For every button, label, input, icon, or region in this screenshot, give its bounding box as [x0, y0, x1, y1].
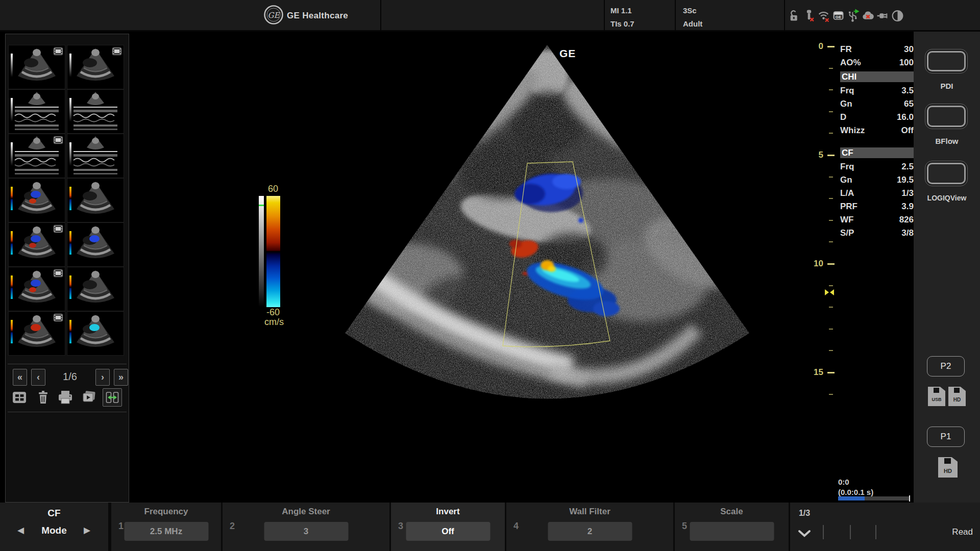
divider — [784, 0, 785, 32]
p2-button[interactable]: P2 — [927, 356, 965, 377]
softkey-scale: 5 Scale — [675, 503, 789, 551]
param-row: WF826 — [840, 213, 914, 227]
softkey-title: Invert — [391, 507, 505, 517]
depth-tick — [827, 263, 835, 265]
logiqview-key-button[interactable] — [925, 161, 968, 186]
hd-storage-icon: HD — [948, 387, 966, 406]
depth-tick — [829, 111, 833, 112]
thumbnail[interactable] — [9, 45, 65, 89]
param-group-header: CF — [840, 147, 914, 158]
cloud-error-icon — [862, 9, 874, 23]
softkey-page-indicator: 1/3 — [790, 509, 819, 518]
velocity-max-label: 60 — [255, 184, 291, 194]
param-row: FR30 — [840, 43, 914, 56]
cine-progress-bar[interactable] — [838, 496, 910, 500]
usb-storage-icon: USB — [928, 387, 945, 406]
print-icon[interactable] — [56, 388, 75, 407]
wifi-off-icon — [817, 9, 830, 23]
param-value: 3/8 — [901, 228, 914, 238]
ultrasound-image[interactable] — [286, 41, 755, 413]
thumbnail[interactable] — [67, 267, 124, 311]
thumbnail[interactable] — [9, 179, 65, 222]
softkey-value[interactable]: Off — [406, 522, 490, 541]
param-label: Gn — [840, 175, 852, 185]
cine-progress-fill — [838, 496, 865, 500]
divider — [675, 0, 676, 32]
softkey-value[interactable]: 3 — [264, 522, 348, 541]
p1-button[interactable]: P1 — [927, 427, 965, 447]
depth-tick — [827, 155, 835, 156]
softkey-number: 4 — [513, 521, 519, 532]
divider — [875, 525, 876, 539]
cine-time: 0:0 — [838, 478, 849, 486]
softkey-value[interactable]: 2 — [548, 522, 632, 541]
thumb-scale-strip — [69, 142, 71, 166]
param-row: Gn65 — [840, 97, 914, 111]
param-value: 2.5 — [901, 162, 914, 172]
depth-label: 0 — [809, 41, 823, 52]
status-icon-tray: GE — [788, 9, 904, 23]
thumbnail[interactable] — [9, 223, 65, 266]
thumbnail[interactable] — [9, 134, 65, 178]
thumbnail[interactable] — [67, 45, 124, 89]
divider — [380, 0, 381, 32]
param-label: Gn — [840, 99, 852, 109]
ge-logo-icon: GE — [263, 5, 284, 25]
delete-icon[interactable] — [33, 388, 53, 407]
param-label: WF — [840, 215, 853, 225]
param-label: S/P — [840, 228, 854, 238]
tis-value: TIs 0.7 — [610, 19, 634, 28]
thumbnail[interactable] — [67, 223, 124, 266]
depth-tick — [829, 89, 833, 90]
chevron-down-icon[interactable] — [797, 529, 812, 538]
next-page-button[interactable]: › — [95, 369, 110, 386]
power-plug-icon — [876, 9, 889, 23]
thumb-scale-strip — [69, 98, 71, 121]
depth-tick — [829, 133, 833, 134]
focus-marker-icon[interactable] — [825, 288, 834, 296]
thumbnail[interactable] — [9, 312, 65, 355]
bflow-key-label: BFlow — [914, 137, 980, 145]
prev-page-button[interactable]: ‹ — [31, 369, 45, 386]
cine-clip-icon — [54, 136, 63, 146]
thumbnail[interactable] — [67, 179, 124, 222]
pdi-key-button[interactable] — [925, 49, 968, 73]
last-page-button[interactable]: » — [114, 369, 128, 386]
thumbnail[interactable] — [9, 267, 65, 311]
depth-tick — [829, 329, 833, 330]
param-label: Frq — [840, 86, 854, 96]
softkey-value[interactable] — [690, 522, 774, 541]
depth-tick — [829, 177, 833, 178]
param-label: L/A — [840, 188, 854, 198]
grayscale-bar — [259, 196, 264, 307]
first-page-button[interactable]: « — [13, 369, 27, 386]
param-label: Frq — [840, 162, 854, 172]
param-row: S/P3/8 — [840, 227, 914, 240]
thumbnail[interactable] — [67, 134, 124, 178]
thumb-scale-strip — [11, 276, 13, 299]
transfer-icon[interactable] — [103, 388, 122, 407]
param-row: PRF3.9 — [840, 200, 914, 213]
bflow-key-button[interactable] — [925, 104, 968, 129]
param-value: Off — [901, 126, 914, 136]
depth-tick — [829, 307, 833, 308]
preset-name: Adult — [683, 19, 702, 28]
clipboard-page-indicator: 1/6 — [55, 371, 85, 383]
param-value: 65 — [904, 99, 914, 109]
mode-next-arrow[interactable]: ▶ — [84, 525, 90, 536]
softkey-number: 1 — [118, 521, 124, 532]
thumbnail[interactable] — [67, 90, 124, 133]
depth-tick — [829, 220, 833, 221]
cine-clip-icon — [54, 225, 63, 235]
param-label: FR — [840, 44, 852, 55]
param-row: Frq3.5 — [840, 84, 914, 97]
cine-review-icon[interactable] — [79, 388, 99, 407]
thumbnail[interactable] — [67, 312, 124, 355]
softkey-frequency: 1 Frequency 2.5 MHz — [111, 503, 221, 551]
softkey-bar: CF ◀ Mode ▶ 1 Frequency 2.5 MHz2 Angle S… — [0, 503, 980, 551]
thumbnail[interactable] — [9, 90, 65, 133]
softkey-invert: 3 Invert Off — [391, 503, 505, 551]
grid-view-icon[interactable] — [10, 388, 29, 407]
svg-text:GE: GE — [268, 11, 281, 20]
softkey-value[interactable]: 2.5 MHz — [124, 522, 208, 541]
